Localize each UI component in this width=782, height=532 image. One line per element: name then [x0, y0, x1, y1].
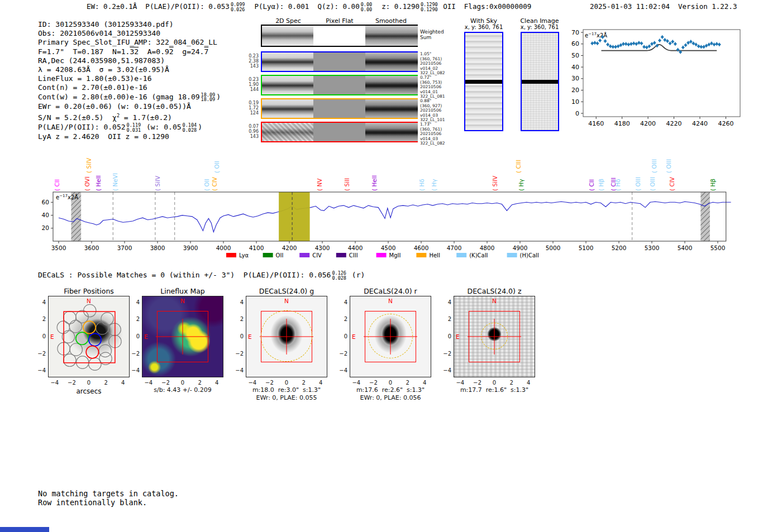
emission-line-label: ( OVI — [84, 176, 90, 191]
svg-text:4180: 4180 — [614, 120, 630, 127]
emission-line-label: ( Hδ — [614, 179, 621, 191]
cutout-title-decals-r: DECaLS(24.0) r — [364, 287, 417, 295]
svg-text:CIII: CIII — [349, 252, 358, 258]
emission-line-label: ( OIII — [665, 159, 672, 173]
emission-line-label: ( SiIV — [154, 175, 161, 191]
x-tick-label: 4 — [215, 380, 218, 386]
svg-text:4200: 4200 — [640, 120, 656, 127]
y-tick-label: −2 — [440, 351, 451, 357]
sky-panel-coords: x, y: 360, 761 — [465, 24, 503, 30]
crosshair-vertical — [183, 319, 183, 354]
y-tick-label: −2 — [336, 351, 347, 357]
aperture-circle — [368, 314, 413, 358]
y-tick-label: −4 — [128, 367, 140, 373]
y-tick-label: −4 — [35, 367, 46, 373]
spec2d-cell-pixelflat — [313, 99, 365, 118]
svg-text:3600: 3600 — [84, 245, 99, 251]
emission-line-label: ( SiIV — [85, 157, 92, 173]
sky-panel-image — [464, 32, 503, 131]
spec2d-row-left-labels: 0.191.72124 — [242, 100, 259, 116]
x-tick-label: −4 — [456, 380, 464, 386]
svg-text:4500: 4500 — [381, 245, 396, 251]
cutout-title-fiber-positions: Fiber Positions — [64, 287, 114, 295]
info-line: Obs: 20210506v014_3012593340 — [38, 29, 221, 38]
north-label: N — [180, 298, 185, 304]
y-tick-label: 2 — [35, 316, 46, 322]
svg-text:4100: 4100 — [249, 245, 264, 251]
svg-text:3900: 3900 — [183, 245, 198, 251]
emission-line-label: ( CIII — [515, 160, 522, 173]
x-tick-label: −2 — [68, 380, 76, 386]
info-line: λ = 4208.63Å σ = 3.02(±0.95)Å — [38, 65, 221, 74]
y-tick-label: 2 — [232, 316, 244, 322]
spec2d-cell-2dspec — [262, 76, 313, 94]
spec2d-row-left-labels: 0.231.90144 — [242, 77, 259, 92]
cutout-title-decals-g: DECaLS(24.0) g — [259, 287, 314, 295]
x-tick-label: 0 — [389, 380, 392, 386]
emission-line-label: ( OIII — [635, 177, 641, 191]
decals-match-line: DECaLS : Possible Matches = 0 (within +/… — [38, 271, 365, 280]
emission-line-label: ( NV — [316, 178, 323, 191]
info-line: P(LAE)/P(OII): 0.0520.1190.031 (w: 0.050… — [38, 123, 221, 132]
cutout-fiber-positions: NE — [48, 296, 130, 377]
y-tick-label: 4 — [128, 299, 140, 305]
svg-text:4800: 4800 — [480, 245, 495, 251]
info-line: Cont(w) = 2.80(±0.00)e-16 (gmag 18.0918.… — [38, 93, 221, 102]
info-line: Cont(n) = 2.70(±0.01)e-16 — [38, 83, 221, 92]
emission-line-label: ( CII — [588, 179, 595, 191]
report-date: 2025-01-03 11:02:04 — [590, 2, 670, 11]
east-label: E — [456, 333, 460, 340]
svg-text:4400: 4400 — [348, 245, 363, 251]
x-tick-label: 2 — [198, 380, 201, 386]
x-tick-label: 4 — [319, 380, 322, 386]
svg-text:40: 40 — [571, 64, 579, 71]
cutout-caption: m:17.6 re:2.6" s:1.3" — [356, 386, 425, 394]
x-tick-label: −2 — [265, 380, 274, 386]
emission-line-label: ( Hγ — [431, 179, 437, 191]
x-tick-label: 4 — [121, 380, 125, 386]
emission-line-label: ( OII — [213, 161, 220, 173]
cutout-lineflux-map: NE — [142, 296, 223, 377]
east-label: E — [352, 333, 356, 340]
bottom-blue-bar — [0, 527, 49, 532]
svg-text:4160: 4160 — [588, 120, 604, 127]
svg-text:0: 0 — [575, 110, 579, 117]
svg-text:4260: 4260 — [718, 120, 733, 127]
aperture-circle — [261, 310, 312, 362]
emission-line-label: ( SiII — [344, 178, 350, 191]
svg-text:3700: 3700 — [117, 245, 132, 251]
svg-text:5300: 5300 — [645, 245, 660, 251]
spec2d-row-left-labels: 0.070.96143 — [242, 124, 259, 139]
spec2d-cell-2dspec — [262, 99, 313, 118]
emission-line-label: ( CIV — [211, 176, 218, 191]
spec2d-cell-2dspec — [262, 52, 313, 71]
svg-text:MgII: MgII — [389, 252, 401, 258]
spec2d-row-right-labels: 0.72"(360, 753)20210506v014_01322_LL_081 — [420, 75, 445, 99]
emission-line-label: ( OIII — [651, 159, 657, 173]
svg-text:(K)CaII: (K)CaII — [469, 252, 488, 258]
aperture-circle — [481, 323, 508, 349]
emission-line-label: ( NeVI — [112, 173, 118, 191]
y-tick-label: 4 — [440, 299, 451, 305]
header-stats: EW: 0.2±0.1Å P(LAE)/P(OII): 0.0530.0990.… — [87, 2, 531, 12]
x-tick-label: 4 — [423, 380, 426, 386]
y-tick-label: 0 — [128, 333, 140, 339]
svg-text:4000: 4000 — [216, 245, 231, 251]
header-datetime: 2025-01-03 11:02:04 Version 1.22.3 — [590, 2, 737, 11]
info-line: LyA z = 2.4620 OII z = 0.1290 — [38, 132, 221, 141]
cutout-caption: m:17.7 re:1.6" s:1.3" — [460, 386, 528, 394]
y-tick-label: 2 — [440, 316, 451, 322]
sky-panel-dark-band — [522, 80, 558, 84]
svg-text:5400: 5400 — [678, 245, 693, 251]
spec2d-col-title: 2D Spec — [275, 17, 301, 25]
svg-text:OII: OII — [276, 252, 284, 258]
svg-text:e−17x2Å: e−17x2Å — [585, 32, 607, 39]
spec2d-cell-pixelflat — [313, 123, 365, 141]
spec2d-row-right-labels: WeightedSum — [420, 29, 444, 40]
x-tick-label: 2 — [509, 380, 513, 386]
y-tick-label: 4 — [336, 299, 347, 305]
emission-line-label: ( HeII — [95, 175, 102, 191]
cutout-decals-z: NE — [454, 296, 535, 377]
spec2d-cell-2dspec — [262, 26, 313, 46]
spec2d-cell-smoothed — [365, 52, 418, 71]
